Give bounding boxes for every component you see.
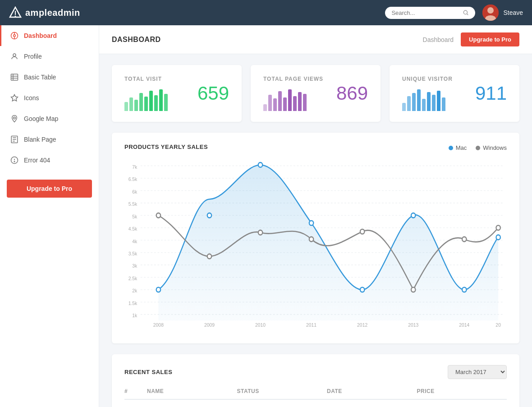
total-page-views-bars bbox=[263, 89, 323, 111]
chart-legend: Mac Windows bbox=[449, 144, 507, 151]
legend-label-windows: Windows bbox=[483, 144, 507, 151]
sidebar-item-blank-page[interactable]: Blank Page bbox=[0, 129, 99, 150]
legend-dot-windows bbox=[476, 146, 480, 150]
svg-text:3.5k: 3.5k bbox=[128, 250, 138, 256]
svg-text:5k: 5k bbox=[132, 213, 137, 219]
svg-point-71 bbox=[309, 237, 313, 242]
svg-point-70 bbox=[258, 230, 262, 235]
svg-text:2013: 2013 bbox=[408, 322, 418, 328]
svg-marker-17 bbox=[11, 95, 18, 101]
recent-sales-title: RECENT SALES bbox=[124, 369, 172, 375]
sidebar-label-error-404: Error 404 bbox=[24, 157, 50, 164]
stat-card-unique-visitor: UNIQUE VISITOR 911 bbox=[390, 65, 519, 122]
svg-text:20: 20 bbox=[495, 322, 501, 328]
legend-windows: Windows bbox=[476, 144, 507, 151]
search-icon bbox=[463, 9, 469, 16]
user-name: Steave bbox=[503, 9, 523, 16]
legend-label-mac: Mac bbox=[456, 144, 467, 151]
sidebar-label-profile: Profile bbox=[24, 53, 42, 60]
avatar bbox=[482, 5, 499, 21]
stats-row: TOTAL VISIT 659 bbox=[99, 54, 532, 122]
svg-point-9 bbox=[14, 35, 16, 37]
profile-icon bbox=[10, 52, 18, 60]
page-header: DASHBOARD Dashboard Upgrade to Pro bbox=[99, 25, 532, 54]
svg-text:2.5k: 2.5k bbox=[128, 275, 138, 281]
month-select[interactable]: March 2017 April 2017 May 2017 bbox=[448, 365, 507, 379]
sidebar-item-profile[interactable]: Profile bbox=[0, 46, 99, 67]
icons-icon bbox=[10, 94, 18, 102]
recent-sales-section: RECENT SALES March 2017 April 2017 May 2… bbox=[112, 354, 519, 407]
svg-text:2010: 2010 bbox=[255, 322, 266, 328]
chart-section: PRODUCTS YEARLY SALES Mac Windows 7k bbox=[112, 133, 519, 343]
svg-point-12 bbox=[13, 54, 16, 56]
sidebar-upgrade-button[interactable]: Upgrade to Pro bbox=[7, 180, 92, 198]
search-box[interactable] bbox=[385, 7, 475, 19]
page-header-right: Dashboard Upgrade to Pro bbox=[423, 32, 519, 46]
logo-icon bbox=[9, 6, 22, 19]
svg-point-66 bbox=[462, 287, 466, 292]
svg-point-63 bbox=[309, 221, 313, 226]
svg-point-62 bbox=[258, 162, 262, 167]
topnav-right: Steave bbox=[385, 5, 523, 21]
stat-value-total-visit: 659 bbox=[197, 83, 229, 104]
error-icon bbox=[10, 156, 18, 164]
svg-text:7k: 7k bbox=[132, 164, 137, 170]
blank-page-icon bbox=[10, 135, 18, 143]
sidebar: Dashboard Profile Basic Table Icons bbox=[0, 25, 99, 407]
stat-value-total-page-views: 869 bbox=[336, 83, 368, 104]
stat-label-total-page-views: TOTAL PAGE VIEWS bbox=[263, 76, 323, 82]
svg-point-67 bbox=[496, 235, 500, 240]
svg-point-72 bbox=[360, 229, 364, 234]
svg-point-69 bbox=[207, 254, 211, 259]
user-area[interactable]: Steave bbox=[482, 5, 523, 21]
page-title: DASHBOARD bbox=[112, 36, 161, 44]
svg-point-65 bbox=[411, 213, 415, 218]
svg-text:6.5k: 6.5k bbox=[128, 176, 138, 182]
sidebar-item-icons[interactable]: Icons bbox=[0, 88, 99, 108]
svg-text:2008: 2008 bbox=[153, 322, 164, 328]
chart-container: 7k 6.5k 6k 5.5k 5k 4.5k 4k 3.5k 3k 2.5k … bbox=[124, 161, 507, 333]
svg-text:4k: 4k bbox=[132, 238, 137, 244]
search-input[interactable] bbox=[391, 9, 459, 16]
stat-card-total-page-views: TOTAL PAGE VIEWS 869 bbox=[251, 65, 381, 122]
svg-text:2014: 2014 bbox=[459, 322, 469, 328]
table-col-name: NAME bbox=[147, 388, 237, 394]
svg-point-6 bbox=[487, 7, 494, 14]
svg-point-3 bbox=[464, 10, 468, 14]
svg-text:3k: 3k bbox=[132, 263, 137, 269]
sidebar-item-dashboard[interactable]: Dashboard bbox=[0, 25, 99, 46]
map-icon bbox=[10, 115, 18, 123]
logo: ampleadmin bbox=[9, 6, 80, 19]
stat-value-unique-visitor: 911 bbox=[475, 83, 507, 104]
stat-card-total-visit: TOTAL VISIT 659 bbox=[112, 65, 242, 122]
table-header: # NAME STATUS DATE PRICE bbox=[124, 388, 507, 400]
svg-text:4.5k: 4.5k bbox=[128, 226, 138, 232]
table-icon bbox=[10, 73, 18, 81]
svg-text:2012: 2012 bbox=[357, 322, 367, 328]
svg-text:2009: 2009 bbox=[204, 322, 215, 328]
table-col-number: # bbox=[124, 388, 147, 394]
legend-mac: Mac bbox=[449, 144, 467, 151]
table-col-price: PRICE bbox=[417, 388, 507, 394]
sidebar-item-basic-table[interactable]: Basic Table bbox=[0, 67, 99, 88]
svg-point-61 bbox=[207, 213, 211, 218]
chart-svg: 7k 6.5k 6k 5.5k 5k 4.5k 4k 3.5k 3k 2.5k … bbox=[124, 161, 507, 333]
svg-text:2k: 2k bbox=[132, 288, 137, 294]
svg-point-68 bbox=[156, 213, 161, 218]
table-col-status: STATUS bbox=[237, 388, 327, 394]
upgrade-to-pro-button[interactable]: Upgrade to Pro bbox=[461, 32, 519, 46]
layout: Dashboard Profile Basic Table Icons bbox=[0, 25, 532, 407]
dashboard-icon bbox=[10, 32, 18, 40]
sidebar-item-error-404[interactable]: Error 404 bbox=[0, 150, 99, 171]
svg-point-75 bbox=[496, 226, 500, 231]
unique-visitor-bars bbox=[402, 89, 453, 111]
sidebar-item-google-map[interactable]: Google Map bbox=[0, 108, 99, 129]
logo-text: ampleadmin bbox=[25, 8, 80, 18]
sidebar-label-blank-page: Blank Page bbox=[24, 136, 56, 143]
main-content: DASHBOARD Dashboard Upgrade to Pro TOTAL… bbox=[99, 25, 532, 407]
sidebar-label-basic-table: Basic Table bbox=[24, 74, 56, 81]
svg-point-73 bbox=[411, 287, 415, 292]
svg-point-18 bbox=[14, 117, 16, 119]
sidebar-label-dashboard: Dashboard bbox=[24, 32, 57, 39]
svg-point-25 bbox=[14, 161, 15, 162]
